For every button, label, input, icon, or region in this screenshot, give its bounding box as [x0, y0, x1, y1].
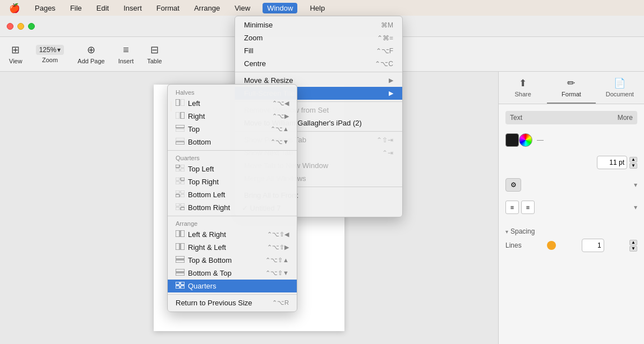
- submenu-quarters-label: Quarters: [176, 282, 217, 290]
- spacing-label-text: Spacing: [510, 227, 535, 235]
- submenu-top-right[interactable]: Top Right: [168, 175, 297, 188]
- toolbar-add-page-label: Add Page: [77, 58, 104, 64]
- toolbar-table[interactable]: ⊟ Table: [147, 44, 162, 64]
- apple-menu[interactable]: 🍎: [7, 2, 22, 15]
- color-wheel[interactable]: [519, 133, 532, 147]
- fullscreen-tile-submenu[interactable]: Halves Left ⌃⌥◀ Right ⌃⌥▶ Top ⌃⌥▲ Bottom…: [167, 84, 297, 312]
- svg-rect-3: [181, 112, 185, 119]
- menu-fill[interactable]: Fill ⌃⌥F: [235, 44, 402, 57]
- align-right-btn[interactable]: ≡: [521, 201, 535, 214]
- top-left-tile-icon: [176, 165, 185, 171]
- submenu-bottom-label: Bottom: [176, 138, 211, 146]
- svg-rect-11: [181, 169, 185, 171]
- svg-rect-12: [176, 178, 180, 180]
- menu-centre[interactable]: Centre ⌃⌥C: [235, 57, 402, 70]
- font-size-spinner: 11 pt ▲ ▼: [597, 156, 637, 169]
- sidebar-more-btn[interactable]: More: [618, 114, 633, 122]
- toolbar-insert[interactable]: ≡ Insert: [118, 44, 134, 64]
- sidebar-lines-row: Lines ▲ ▼: [505, 239, 637, 252]
- sidebar-spacer5: [505, 219, 637, 227]
- menubar-insert[interactable]: Insert: [121, 3, 144, 13]
- top-bottom-tile-icon: [176, 256, 185, 263]
- align-buttons: ≡ ≡: [505, 201, 535, 214]
- submenu-return-previous-size[interactable]: Return to Previous Size ⌃⌥R: [168, 296, 297, 309]
- menu-zoom[interactable]: Zoom ⌃⌘=: [235, 31, 402, 44]
- svg-rect-10: [176, 169, 180, 171]
- left-right-tile-icon: [176, 230, 185, 237]
- gear-button[interactable]: ⚙: [505, 178, 521, 192]
- submenu-bottom[interactable]: Bottom ⌃⌥▼: [168, 136, 297, 148]
- submenu-left-right[interactable]: Left & Right ⌃⌥⇧◀: [168, 228, 297, 241]
- align-select[interactable]: ▾: [634, 203, 637, 211]
- svg-rect-0: [176, 99, 180, 106]
- toolbar-zoom[interactable]: 125% ▾ Zoom: [36, 45, 65, 63]
- menubar-window[interactable]: Window: [263, 3, 297, 13]
- font-size-input[interactable]: 11 pt: [597, 156, 627, 169]
- minimize-button[interactable]: [17, 23, 24, 30]
- submenu-bottom-left[interactable]: Bottom Left: [168, 188, 297, 201]
- svg-rect-9: [181, 165, 185, 168]
- submenu-quarters[interactable]: Quarters: [168, 280, 297, 292]
- lines-input[interactable]: [582, 239, 604, 252]
- spinner-up[interactable]: ▲: [629, 157, 637, 162]
- tab-format[interactable]: ✏ Format: [547, 72, 595, 104]
- halves-label: Halves: [168, 87, 297, 97]
- menubar-format[interactable]: Format: [154, 3, 182, 13]
- toolbar-zoom-label: Zoom: [42, 57, 58, 63]
- color-swatch[interactable]: [505, 133, 519, 147]
- toolbar-view[interactable]: ⊞ View: [9, 44, 22, 64]
- tab-share[interactable]: ⬆ Share: [499, 72, 547, 104]
- gear-chevron: ▾: [634, 181, 637, 189]
- align-left-btn[interactable]: ≡: [505, 201, 519, 214]
- lines-spinner-arrows: ▲ ▼: [629, 240, 637, 252]
- menu-minimise[interactable]: Minimise ⌘M: [235, 18, 402, 31]
- toolbar-add-page[interactable]: ⊕ Add Page: [77, 44, 104, 64]
- table-icon: ⊟: [150, 44, 159, 56]
- submenu-right-left[interactable]: Right & Left ⌃⌥⇧▶: [168, 241, 297, 254]
- menubar-help[interactable]: Help: [307, 3, 327, 13]
- zoom-control[interactable]: 125% ▾: [36, 45, 65, 55]
- spacing-chevron: ▾: [505, 229, 508, 235]
- menubar-view[interactable]: View: [232, 3, 252, 13]
- sidebar-gear-row: ⚙ ▾: [505, 178, 637, 192]
- submenu-right[interactable]: Right ⌃⌥▶: [168, 110, 297, 123]
- tab-share-label: Share: [514, 91, 531, 97]
- top-tile-icon: [176, 125, 185, 132]
- fullscreen-button[interactable]: [28, 23, 35, 30]
- menubar-pages[interactable]: Pages: [33, 3, 58, 13]
- submenu-top-bottom[interactable]: Top & Bottom ⌃⌥⇧▲: [168, 254, 297, 267]
- menubar-file[interactable]: File: [68, 3, 84, 13]
- close-button[interactable]: [7, 23, 13, 30]
- submenu-bottom-top[interactable]: Bottom & Top ⌃⌥⇧▼: [168, 267, 297, 280]
- tab-document[interactable]: 📄 Document: [596, 72, 644, 104]
- lines-label: Lines: [505, 241, 522, 249]
- menu-divider-1: [235, 72, 402, 72]
- submenu-top-left[interactable]: Top Left: [168, 162, 297, 175]
- submenu-bottom-top-shortcut: ⌃⌥⇧▼: [265, 269, 289, 277]
- lines-spinner-down[interactable]: ▼: [629, 246, 637, 252]
- submenu-left[interactable]: Left ⌃⌥◀: [168, 97, 297, 110]
- menubar-edit[interactable]: Edit: [94, 3, 111, 13]
- lines-spinner-up[interactable]: ▲: [629, 240, 637, 245]
- svg-rect-2: [176, 112, 180, 119]
- document-icon: 📄: [614, 77, 625, 89]
- submenu-bottom-right[interactable]: Bottom Right: [168, 201, 297, 214]
- submenu-bottom-shortcut: ⌃⌥▼: [270, 138, 289, 146]
- sidebar-color-select[interactable]: —: [537, 136, 637, 144]
- submenu-top-bottom-shortcut: ⌃⌥⇧▲: [265, 257, 289, 264]
- menu-minimise-shortcut: ⌘M: [381, 21, 393, 29]
- sidebar-spacer4: [505, 196, 637, 201]
- menubar-arrange[interactable]: Arrange: [192, 3, 222, 13]
- svg-rect-15: [181, 182, 185, 184]
- sidebar-font-row: Text More: [505, 111, 637, 124]
- share-icon: ⬆: [519, 77, 527, 89]
- submenu-top-left-label: Top Left: [176, 165, 214, 173]
- spinner-down[interactable]: ▼: [629, 163, 637, 169]
- menu-move-resize-label: Move & Resize: [244, 76, 293, 85]
- menu-fill-label: Fill: [244, 47, 254, 55]
- submenu-divider-2: [168, 216, 297, 216]
- menu-minimise-label: Minimise: [244, 21, 273, 29]
- svg-rect-25: [181, 230, 185, 237]
- submenu-top[interactable]: Top ⌃⌥▲: [168, 123, 297, 136]
- svg-rect-33: [181, 282, 185, 285]
